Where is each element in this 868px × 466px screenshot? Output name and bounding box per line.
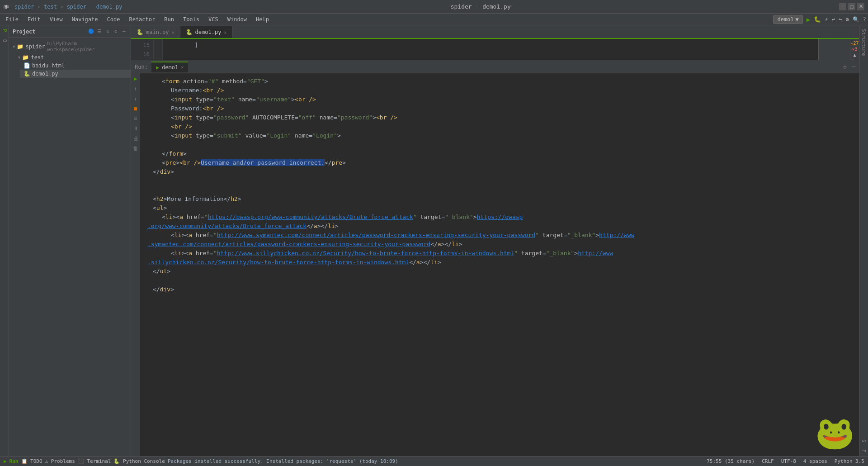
python-version: Python 3.5 xyxy=(835,458,864,464)
minimap-top xyxy=(818,39,850,60)
menu-tools[interactable]: Tools xyxy=(179,15,203,24)
run-tab-close-icon[interactable]: ✕ xyxy=(181,65,184,70)
project-sidebar-label[interactable]: P xyxy=(0,25,9,36)
output-line-15: <li><a href="http://www.sillychicken.co.… xyxy=(144,249,810,258)
menu-run[interactable]: Run xyxy=(160,15,178,24)
terminal-label[interactable]: ⬛ Terminal xyxy=(78,458,111,464)
run-debug-button[interactable]: 🐛 xyxy=(814,16,821,23)
run-toolbar: ▶ ↑ ↓ ■ ≡ ⏸ 🖨 🗑 xyxy=(131,73,140,456)
tree-item-label: spider xyxy=(25,43,45,50)
tab-close-icon[interactable]: ✕ xyxy=(172,30,175,35)
run-stop-button[interactable]: ■ xyxy=(132,105,139,112)
code-text: <ul> xyxy=(153,204,167,213)
todo-label[interactable]: 📋 TODO xyxy=(21,458,42,464)
menu-view[interactable]: View xyxy=(46,15,66,24)
problems-label[interactable]: ⚠ Problems xyxy=(45,458,75,464)
project-toolbar: 🔵 ☰ ⇅ ⚙ ─ xyxy=(88,29,127,35)
menu-window[interactable]: Window xyxy=(224,15,250,24)
tab-main[interactable]: 🐍 main.py ✕ xyxy=(131,26,180,38)
output-line-13: <li><a href="https://owasp.org/www-commu… xyxy=(144,213,810,222)
run-pause-button[interactable]: ⏸ xyxy=(132,125,139,132)
code-text: <input type="submit" value="Login" name=… xyxy=(171,131,341,140)
run-step-down-button[interactable]: ↓ xyxy=(132,95,139,102)
code-text: <pre><br />Username and/or password inco… xyxy=(162,158,346,167)
menu-help[interactable]: Help xyxy=(252,15,273,24)
favorites-label[interactable]: F xyxy=(860,446,868,456)
status-right: 75:55 (35 chars) CRLF UTF-8 4 spaces Pyt… xyxy=(707,458,864,464)
python-console-label[interactable]: 🐍 Python Console xyxy=(113,458,165,464)
structure-panel: Structure S F xyxy=(859,25,868,456)
menu-file[interactable]: File xyxy=(2,15,22,24)
project-collapse-icon[interactable]: ☰ xyxy=(96,29,103,35)
run-tab-demo1[interactable]: ▶ demo1 ✕ xyxy=(151,62,188,72)
tree-item-test[interactable]: ▼ 📁 test xyxy=(14,53,131,62)
menu-code[interactable]: Code xyxy=(104,15,124,24)
run-config-selector[interactable]: demo1 ▼ xyxy=(773,15,802,24)
project-scope-icon[interactable]: 🔵 xyxy=(88,29,94,35)
tab-close-icon[interactable]: ✕ xyxy=(224,30,226,35)
output-line-16: </ul> xyxy=(144,267,810,276)
breadcrumb-test[interactable]: test xyxy=(44,4,57,10)
breadcrumb-spider[interactable]: spider xyxy=(14,4,34,10)
output-line-15b: .sillychicken.co.nz/Security/how-to-brut… xyxy=(144,258,810,267)
database-sidebar-label[interactable]: D xyxy=(0,36,9,46)
menu-navigate[interactable]: Navigate xyxy=(68,15,102,24)
menu-vcs[interactable]: VCS xyxy=(205,15,222,24)
app-icon: 🕷 xyxy=(4,4,9,10)
scroll-up-icon[interactable]: ▲ xyxy=(853,52,856,57)
titlebar-left: 🕷 spider › test › spider - demo1.py xyxy=(4,4,122,10)
tab-bar: 🐍 main.py ✕ 🐍 demo1.py ✕ xyxy=(131,25,859,39)
search-icon[interactable]: 🔍 xyxy=(853,16,859,23)
expand-icon: ▼ xyxy=(18,55,20,60)
run-icon: ▶ xyxy=(156,64,159,71)
run-more-button[interactable]: ⚙ xyxy=(846,16,849,23)
help-icon[interactable]: ? xyxy=(863,16,866,23)
maximize-button[interactable]: □ xyxy=(848,3,855,10)
code-text: <input type="password" AUTOCOMPLETE="off… xyxy=(171,113,397,122)
line-ending[interactable]: CRLF xyxy=(762,458,774,464)
output-line-5: <input type="password" AUTOCOMPLETE="off… xyxy=(144,113,810,122)
tab-demo1[interactable]: 🐍 demo1.py ✕ xyxy=(180,26,233,38)
menu-edit[interactable]: Edit xyxy=(24,15,44,24)
code-text: .symantec.com/connect/articles/password-… xyxy=(147,240,462,249)
expand-icon: ▼ xyxy=(13,44,15,49)
tree-item-label: demo1.py xyxy=(32,71,58,77)
close-button[interactable]: ✕ xyxy=(857,3,864,10)
run-step-up-button[interactable]: ↑ xyxy=(132,85,139,92)
window-title: spider - demo1.py xyxy=(451,3,511,10)
run-settings-icon[interactable]: ⚙ xyxy=(844,64,847,70)
titlebar: 🕷 spider › test › spider - demo1.py spid… xyxy=(0,0,868,14)
run-panel-content: ▶ ↑ ↓ ■ ≡ ⏸ 🖨 🗑 <form action="#" method=… xyxy=(131,73,859,456)
menu-refactor[interactable]: Refactor xyxy=(125,15,159,24)
tree-item-baidu[interactable]: 📄 baidu.html xyxy=(20,62,131,70)
minimize-button[interactable]: ─ xyxy=(839,3,846,10)
run-coverage-button[interactable]: ⚡ xyxy=(825,16,828,23)
frog-mascot: 🐸 xyxy=(815,414,854,452)
run-redo-button[interactable]: ↪ xyxy=(839,16,842,23)
project-sort-icon[interactable]: ⇅ xyxy=(104,29,111,35)
code-text: .sillychicken.co.nz/Security/how-to-brut… xyxy=(147,258,441,267)
tree-item-spider[interactable]: ▼ 📁 spider D:\PyCharm-workspace\spider xyxy=(9,40,131,53)
tree-item-demo1[interactable]: 🐍 demo1.py xyxy=(20,70,131,78)
structure-label[interactable]: Structure xyxy=(860,25,868,60)
run-status-label[interactable]: Run xyxy=(9,458,19,464)
tree-item-label: test xyxy=(31,54,44,61)
breadcrumb-file[interactable]: spider - demo1.py xyxy=(67,4,123,10)
run-play-button[interactable]: ▶ xyxy=(807,16,810,23)
run-trash-button[interactable]: 🗑 xyxy=(132,145,139,152)
project-settings-icon[interactable]: ⚙ xyxy=(113,29,119,35)
code-text: .org/www-community/attacks/Brute_force_a… xyxy=(147,222,339,231)
run-undo-button[interactable]: ↩ xyxy=(832,16,835,23)
services-label[interactable]: S xyxy=(860,436,868,446)
encoding[interactable]: UTF-8 xyxy=(781,458,796,464)
run-restart-button[interactable]: ▶ xyxy=(132,75,139,82)
code-text: </ul> xyxy=(153,267,170,276)
run-log-button[interactable]: ≡ xyxy=(132,115,139,122)
run-print-button[interactable]: 🖨 xyxy=(132,135,139,142)
project-close-icon[interactable]: ─ xyxy=(121,29,127,35)
html-file-icon: 📄 xyxy=(24,62,30,69)
run-close-panel-icon[interactable]: ─ xyxy=(852,64,855,70)
indent-setting[interactable]: 4 spaces xyxy=(803,458,827,464)
code-text: <input type="text" name="username"><br /… xyxy=(171,95,316,104)
output-line-14b: .symantec.com/connect/articles/password-… xyxy=(144,240,810,249)
